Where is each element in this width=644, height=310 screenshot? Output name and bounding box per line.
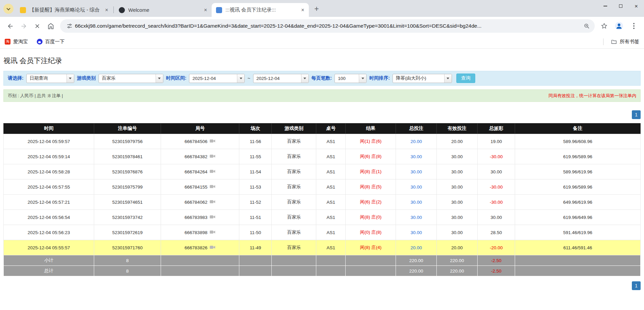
cell-session: 11-51 — [239, 210, 272, 225]
tab-bet-records-active[interactable]: :::视讯 会员下注纪录::: × — [212, 3, 309, 17]
cell-result: 闲(8) 庄(0) — [346, 210, 396, 225]
star-icon — [601, 23, 608, 29]
bookmark-baidu[interactable]: 百度一下 — [37, 38, 65, 45]
replay-camera-icon[interactable] — [210, 154, 215, 160]
subtotal-label: 小计 — [4, 255, 94, 266]
replay-camera-icon[interactable] — [210, 139, 215, 144]
chevron-down-icon[interactable] — [444, 74, 452, 83]
all-bookmarks-button[interactable]: 所有书签 — [603, 38, 639, 45]
table-row: 2025-12-04 05:55:57 523015971760 6667838… — [4, 240, 641, 255]
pagination-top: 1 — [3, 102, 641, 123]
forward-arrow-icon — [20, 23, 27, 30]
page-size-label: 每页笔数: — [312, 75, 332, 81]
page-number-button[interactable]: 1 — [632, 110, 641, 119]
total-bet-link[interactable]: 30.00 — [410, 185, 422, 190]
page-title: 视讯 会员下注纪录 — [3, 56, 641, 65]
total-bet-link[interactable]: 20.00 — [410, 245, 422, 250]
replay-camera-icon[interactable] — [210, 245, 215, 251]
tab-title: 【新提醒】海燕策略论坛 - 综合 — [29, 7, 101, 13]
cell-result: 闲(6) 庄(2) — [346, 195, 396, 210]
url-bar[interactable]: 66cxkj98.com/game/betrecord_search/kind3… — [60, 19, 595, 33]
tab-search-button[interactable] — [3, 4, 14, 14]
column-header: 总投注 — [396, 123, 437, 134]
site-info-button[interactable] — [64, 21, 75, 31]
stop-loading-button[interactable] — [30, 19, 44, 33]
cell-round: 666784382 — [161, 149, 239, 164]
replay-camera-icon[interactable] — [210, 184, 215, 190]
cell-valid-bet: 30.00 — [437, 149, 478, 164]
replay-camera-icon[interactable] — [210, 230, 215, 235]
bookmark-star-button[interactable] — [597, 19, 611, 33]
total-bet-link[interactable]: 30.00 — [410, 169, 422, 174]
cell-valid-bet: 30.00 — [437, 179, 478, 195]
cell-total-bet: 30.00 — [396, 195, 437, 210]
bet-records-table: 时间注单编号局号场次游戏类别桌号结果总投注有效投注总派彩备注 2025-12-0… — [3, 123, 641, 276]
total-bet-link[interactable]: 30.00 — [410, 200, 422, 205]
home-button[interactable] — [44, 19, 57, 33]
tab-close-icon[interactable]: × — [103, 7, 110, 13]
table-row: 2025-12-04 05:57:21 523015974651 6667840… — [4, 195, 641, 210]
total-payout: -2.50 — [477, 266, 515, 276]
cell-valid-bet: 30.00 — [437, 164, 478, 179]
sort-select[interactable]: 降幂(由大到小) — [393, 74, 452, 83]
chevron-down-icon[interactable] — [156, 74, 163, 83]
game-type-select[interactable]: 百家乐 — [99, 74, 163, 83]
chevron-down-icon[interactable] — [301, 74, 308, 83]
total-bet-link[interactable]: 30.00 — [410, 215, 422, 220]
maximize-button[interactable] — [613, 0, 628, 12]
cell-note: 649.96/619.96 — [515, 195, 641, 210]
cell-round: 666783983 — [161, 210, 239, 225]
cell-note: 589.96/619.96 — [515, 164, 641, 179]
back-button[interactable] — [3, 19, 17, 33]
summary-info-bar: 币别 : 人民币 | 总共 :8 注单 | 同局有效投注，统一计算在该局第一张注… — [3, 89, 641, 102]
cell-round: 666783898 — [161, 225, 239, 240]
total-bet-link[interactable]: 30.00 — [410, 154, 422, 159]
cell-result: 闲(6) 庄(8) — [346, 149, 396, 164]
back-arrow-icon — [7, 23, 14, 30]
round-number: 666784506 — [185, 139, 208, 144]
result-text: 闲(6) 庄(2) — [360, 199, 381, 204]
tab-close-icon[interactable]: × — [299, 7, 306, 13]
column-header: 注单编号 — [94, 123, 161, 134]
chevron-down-icon[interactable] — [237, 74, 244, 83]
cell-session: 11-54 — [239, 164, 272, 179]
total-valid-bet: 220.00 — [437, 266, 478, 276]
chevron-down-icon[interactable] — [66, 74, 74, 83]
zoom-button[interactable] — [581, 21, 592, 31]
replay-camera-icon[interactable] — [210, 169, 215, 175]
cell-time: 2025-12-04 05:56:23 — [4, 225, 94, 240]
tab-forum[interactable]: 【新提醒】海燕策略论坛 - 综合 × — [16, 3, 113, 17]
page-size-select[interactable]: 100 — [334, 74, 367, 83]
table-row: 2025-12-04 05:57:55 523015975799 6667841… — [4, 179, 641, 195]
minimize-icon — [603, 6, 607, 6]
forward-button[interactable] — [17, 19, 30, 33]
bookmarks-bar: 淘 爱淘宝 百度一下 所有书签 — [0, 35, 644, 49]
search-button[interactable]: 查询 — [456, 74, 475, 83]
new-tab-button[interactable]: + — [312, 4, 322, 14]
replay-camera-icon[interactable] — [210, 199, 215, 205]
close-button[interactable]: × — [628, 0, 644, 12]
tab-welcome[interactable]: Welcome × — [114, 3, 212, 17]
total-bet-link[interactable]: 30.00 — [410, 230, 422, 235]
currency-total-text: 币别 : 人民币 | 总共 :8 注单 | — [8, 93, 63, 99]
minimize-button[interactable] — [597, 0, 613, 12]
tab-close-icon[interactable]: × — [202, 7, 209, 13]
chevron-down-icon[interactable] — [359, 74, 366, 83]
date-end-input[interactable]: 2025-12-04 — [253, 74, 309, 83]
url-text[interactable]: 66cxkj98.com/game/betrecord_search/kind3… — [75, 23, 581, 29]
cell-time: 2025-12-04 05:55:57 — [4, 240, 94, 255]
replay-camera-icon[interactable] — [210, 215, 215, 220]
query-type-select[interactable]: 日期查询 — [26, 74, 74, 83]
page-number-button[interactable]: 1 — [632, 281, 641, 290]
table-row: 2025-12-04 05:58:28 523015976876 6667842… — [4, 164, 641, 179]
browser-menu-button[interactable] — [627, 19, 641, 33]
toolbar-right-icons — [597, 19, 641, 33]
subtotal-count: 8 — [94, 255, 161, 266]
profile-button[interactable] — [612, 19, 626, 33]
bookmark-taobao[interactable]: 淘 爱淘宝 — [5, 38, 28, 45]
total-count: 8 — [94, 266, 161, 276]
cell-game-type: 百家乐 — [272, 179, 316, 195]
total-bet-link[interactable]: 20.00 — [410, 139, 422, 144]
cell-bet-id: 523015973742 — [94, 210, 161, 225]
date-start-input[interactable]: 2025-12-04 — [189, 74, 245, 83]
